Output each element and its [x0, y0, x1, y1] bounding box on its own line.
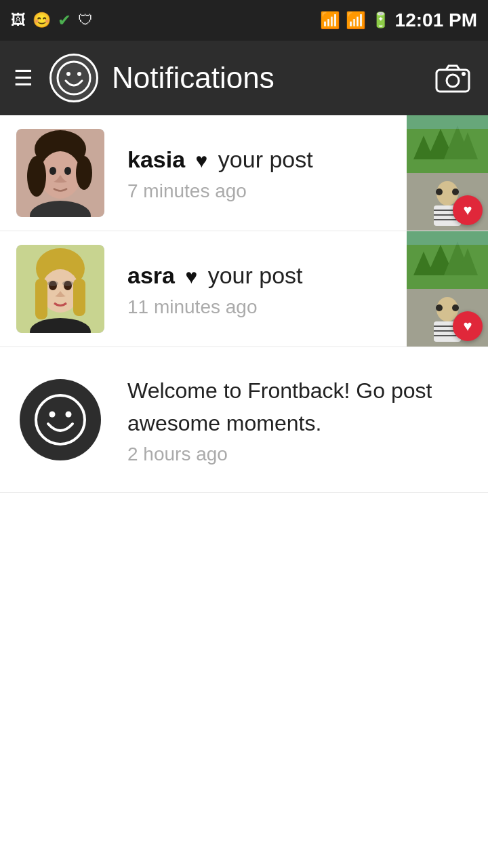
check-circle-icon: ✔ — [58, 11, 71, 30]
asra-action-text: your post — [208, 262, 303, 288]
asra-notif-text: asra ♥ your post — [127, 260, 400, 292]
svg-point-2 — [77, 72, 81, 76]
svg-point-4 — [447, 75, 459, 87]
kasia-post-top — [407, 115, 488, 173]
list-item[interactable]: kasia ♥ your post 7 minutes ago — [0, 115, 488, 231]
welcome-notif-content: Welcome to Frontback! Go post awesome mo… — [121, 361, 488, 479]
asra-avatar — [16, 245, 104, 333]
svg-point-22 — [436, 189, 443, 195]
list-item[interactable]: Welcome to Frontback! Go post awesome mo… — [0, 347, 488, 493]
gallery-icon: 🖼 — [11, 12, 26, 29]
asra-time: 11 minutes ago — [127, 296, 400, 318]
svg-point-10 — [76, 156, 92, 190]
kasia-post-thumbnail[interactable]: ♥ — [407, 115, 488, 231]
signal-icon: 📶 — [346, 11, 366, 30]
kasia-action-text: your post — [218, 146, 313, 172]
svg-point-47 — [452, 304, 459, 311]
status-bar: 🖼 😊 ✔ 🛡 📶 📶 🔋 12:01 PM — [0, 0, 488, 41]
emoji-icon: 😊 — [33, 12, 51, 29]
asra-post-bottom: ♥ — [407, 289, 488, 347]
camera-icon — [435, 60, 470, 96]
kasia-time: 7 minutes ago — [127, 180, 400, 202]
asra-notif-content: asra ♥ your post 11 minutes ago — [121, 246, 407, 332]
shield-icon: 🛡 — [78, 12, 93, 29]
svg-point-5 — [462, 72, 466, 76]
svg-point-23 — [452, 189, 459, 195]
svg-point-46 — [436, 304, 443, 311]
svg-rect-31 — [35, 279, 47, 319]
status-bar-right: 📶 📶 🔋 12:01 PM — [320, 9, 477, 31]
notification-list: kasia ♥ your post 7 minutes ago — [0, 115, 488, 493]
welcome-time: 2 hours ago — [127, 443, 481, 465]
app-logo — [49, 54, 98, 102]
svg-point-1 — [66, 72, 70, 76]
status-bar-left: 🖼 😊 ✔ 🛡 — [11, 11, 93, 30]
system-avatar — [16, 376, 104, 464]
asra-post-top — [407, 231, 488, 289]
svg-point-9 — [27, 156, 46, 197]
camera-button[interactable] — [431, 56, 474, 100]
frontback-logo-icon — [33, 393, 87, 447]
kasia-heart-overlay: ♥ — [453, 195, 483, 225]
svg-point-0 — [58, 62, 90, 94]
top-bar: ☰ Notifications — [0, 41, 488, 115]
asra-heart-overlay: ♥ — [453, 311, 483, 341]
svg-rect-32 — [73, 279, 85, 316]
svg-point-12 — [64, 167, 71, 175]
battery-icon: 🔋 — [371, 12, 390, 29]
kasia-post-top-image — [407, 115, 488, 173]
status-time: 12:01 PM — [395, 9, 477, 31]
kasia-username: kasia — [127, 146, 185, 172]
svg-point-53 — [49, 412, 56, 418]
wifi-icon: 📶 — [320, 11, 340, 30]
svg-point-36 — [62, 281, 73, 286]
svg-rect-43 — [407, 231, 488, 245]
svg-rect-19 — [407, 115, 488, 129]
svg-point-35 — [47, 281, 58, 286]
system-logo — [20, 379, 101, 460]
kasia-notif-text: kasia ♥ your post — [127, 144, 400, 176]
page-title: Notifications — [112, 61, 418, 95]
list-item[interactable]: asra ♥ your post 11 minutes ago — [0, 231, 488, 347]
svg-point-54 — [66, 412, 72, 418]
svg-point-52 — [36, 395, 85, 444]
asra-username: asra — [127, 262, 175, 288]
kasia-notif-content: kasia ♥ your post 7 minutes ago — [121, 130, 407, 216]
asra-post-thumbnail[interactable]: ♥ — [407, 231, 488, 347]
asra-post-top-image — [407, 231, 488, 289]
hamburger-icon[interactable]: ☰ — [14, 65, 33, 91]
kasia-post-bottom: ♥ — [407, 173, 488, 231]
kasia-avatar — [16, 129, 104, 217]
asra-heart-icon: ♥ — [185, 265, 197, 288]
welcome-text: Welcome to Frontback! Go post awesome mo… — [127, 374, 481, 439]
logo-icon — [56, 60, 92, 96]
svg-point-11 — [49, 167, 56, 175]
asra-avatar-image — [16, 245, 104, 333]
kasia-avatar-image — [16, 129, 104, 217]
kasia-heart-icon: ♥ — [196, 149, 208, 172]
